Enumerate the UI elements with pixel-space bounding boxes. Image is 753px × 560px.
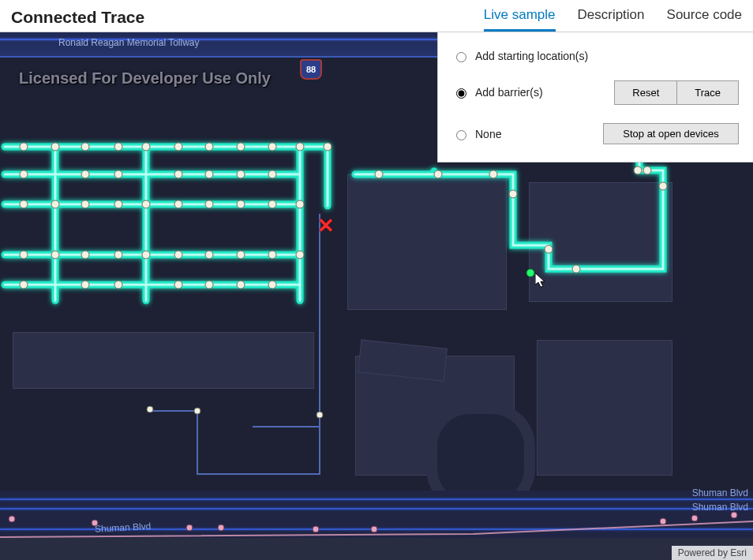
stop-at-open-button[interactable]: Stop at open devices (603, 123, 739, 144)
svg-point-25 (237, 200, 245, 208)
building-block (529, 182, 672, 302)
tab-live-sample[interactable]: Live sample (484, 7, 556, 32)
svg-point-15 (205, 170, 213, 178)
tabs: Live sample Description Source code (484, 0, 742, 32)
svg-point-35 (237, 251, 245, 259)
svg-point-30 (81, 251, 89, 259)
map-attribution: Powered by Esri (672, 546, 753, 560)
svg-point-41 (174, 281, 182, 289)
svg-point-9 (296, 143, 304, 151)
svg-point-23 (174, 200, 182, 208)
svg-point-7 (237, 143, 245, 151)
bottom-strip (0, 538, 753, 560)
header-bar: Connected Trace Live sample Description … (0, 0, 753, 32)
radio-starting-label: Add starting location(s) (475, 50, 588, 62)
road-label-shuman-2: Shuman Blvd (692, 502, 748, 513)
network-node (731, 512, 738, 519)
svg-point-44 (268, 281, 276, 289)
svg-point-11 (20, 170, 28, 178)
license-watermark: Licensed For Developer Use Only (19, 69, 271, 88)
cursor-icon (535, 273, 548, 289)
svg-point-33 (174, 251, 182, 259)
svg-point-26 (268, 200, 276, 208)
svg-point-16 (237, 170, 245, 178)
svg-point-40 (114, 281, 122, 289)
reset-button[interactable]: Reset (614, 80, 677, 105)
road-label-shuman-1: Shuman Blvd (692, 487, 748, 498)
radio-none-input[interactable] (456, 130, 466, 140)
svg-point-48 (509, 190, 517, 198)
svg-point-32 (142, 251, 150, 259)
svg-point-10 (324, 143, 332, 151)
svg-point-2 (81, 143, 89, 151)
network-node (691, 515, 699, 522)
radio-none-label: None (475, 128, 501, 140)
svg-point-18 (20, 200, 28, 208)
svg-point-36 (268, 251, 276, 259)
svg-point-27 (296, 200, 304, 208)
svg-point-28 (20, 251, 28, 259)
svg-point-43 (237, 281, 245, 289)
svg-point-17 (268, 170, 276, 178)
tab-source-code[interactable]: Source code (667, 7, 742, 32)
radio-starting-input[interactable] (456, 52, 466, 62)
svg-point-0 (20, 143, 28, 151)
svg-point-5 (174, 143, 182, 151)
tab-description[interactable]: Description (578, 7, 645, 32)
network-node (660, 518, 667, 525)
svg-point-38 (20, 281, 28, 289)
road-label-shuman-3: Shuman Blvd (95, 521, 152, 535)
trace-button[interactable]: Trace (676, 80, 739, 105)
radio-barrier[interactable]: Add barrier(s) (452, 86, 543, 99)
network-node (92, 520, 99, 527)
svg-point-13 (114, 170, 122, 178)
building-block (13, 332, 314, 389)
radio-barrier-input[interactable] (456, 88, 466, 99)
network-node (9, 516, 16, 523)
svg-point-31 (114, 251, 122, 259)
svg-point-37 (296, 251, 304, 259)
building-block (537, 340, 672, 476)
network-node (371, 526, 378, 533)
radio-none[interactable]: None (452, 128, 501, 140)
svg-point-42 (205, 281, 213, 289)
building-block (347, 174, 507, 310)
svg-point-4 (142, 143, 150, 151)
svg-point-39 (81, 281, 89, 289)
highway-label: Ronald Reagan Memorial Tollway (58, 37, 200, 48)
network-node (218, 525, 225, 532)
svg-point-55 (194, 408, 200, 414)
radio-barrier-label: Add barrier(s) (475, 86, 543, 99)
radio-starting-location[interactable]: Add starting location(s) (452, 50, 588, 62)
svg-point-3 (114, 143, 122, 151)
control-panel: Add starting location(s) Add barrier(s) … (437, 32, 753, 162)
svg-point-12 (81, 170, 89, 178)
svg-point-51 (634, 166, 642, 174)
network-node (186, 525, 193, 532)
svg-point-54 (317, 412, 323, 418)
svg-point-29 (51, 251, 59, 259)
svg-point-6 (205, 143, 213, 151)
svg-point-19 (51, 200, 59, 208)
svg-point-8 (268, 143, 276, 151)
svg-point-22 (142, 200, 150, 208)
page-title: Connected Trace (11, 8, 484, 27)
svg-marker-57 (535, 273, 545, 287)
svg-point-24 (205, 200, 213, 208)
map-view[interactable]: Ronald Reagan Memorial Tollway Shuman Bl… (0, 32, 753, 560)
interstate-shield-icon (300, 59, 322, 80)
svg-point-56 (147, 406, 153, 413)
svg-point-20 (81, 200, 89, 208)
network-node (313, 526, 320, 533)
svg-point-1 (51, 143, 59, 151)
svg-point-34 (205, 251, 213, 259)
barrier-marker-icon: ✕ (317, 214, 335, 238)
svg-point-52 (643, 166, 651, 174)
svg-point-21 (114, 200, 122, 208)
start-location-marker-icon (526, 269, 535, 278)
svg-point-14 (174, 170, 182, 178)
